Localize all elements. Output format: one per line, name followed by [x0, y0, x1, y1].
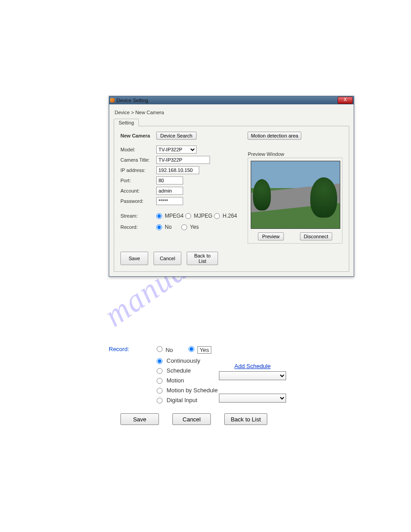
mode-label: Motion [167, 377, 184, 384]
port-label: Port: [120, 178, 156, 183]
cancel-button[interactable]: Cancel [154, 252, 181, 265]
preview-window-label: Preview Window [248, 151, 342, 157]
ip-input[interactable] [156, 166, 199, 174]
motion-schedule-select[interactable] [219, 394, 286, 403]
add-schedule-link[interactable]: Add Schedule [235, 363, 271, 369]
record-no-radio-2[interactable] [157, 346, 163, 352]
mode-label: Schedule [167, 367, 191, 374]
model-select[interactable]: TV-IP322P [156, 146, 197, 154]
camera-title-label: Camera Title: [120, 157, 156, 163]
back-to-list-button[interactable]: Back to List [187, 252, 218, 265]
stream-opt-label: MPEG4 [165, 213, 184, 219]
new-camera-heading: New Camera [120, 133, 156, 138]
window-title: Device Setting [116, 98, 148, 103]
stream-label: Stream: [120, 213, 156, 219]
mode-label: Continuously [167, 357, 200, 364]
record-yes-radio-2[interactable] [188, 346, 194, 352]
stream-opt-label: H.264 [223, 213, 237, 219]
password-input[interactable] [156, 197, 183, 205]
record-yes-label: Yes [197, 346, 211, 354]
record-label-2: Record: [109, 346, 154, 352]
tab-setting[interactable]: Setting [114, 119, 139, 126]
preview-button[interactable]: Preview [258, 232, 283, 240]
port-input[interactable] [156, 176, 183, 184]
stream-mpeg4-radio[interactable] [156, 213, 162, 219]
stream-mjpeg-radio[interactable] [185, 213, 191, 219]
save-button-2[interactable]: Save [120, 413, 159, 425]
disconnect-button[interactable]: Disconnect [300, 232, 332, 240]
record-no-radio[interactable] [156, 224, 162, 230]
breadcrumb: Device > New Camera [114, 107, 349, 119]
stream-opt-label: MJPEG [194, 213, 212, 219]
mode-motion-by-schedule-radio[interactable] [157, 388, 163, 394]
account-label: Account: [120, 188, 156, 193]
mode-digital-input-radio[interactable] [157, 398, 163, 403]
save-button[interactable]: Save [120, 252, 148, 265]
record-options-panel: Record: No Yes Continuously Schedule Mot… [109, 345, 353, 425]
mode-motion-radio[interactable] [157, 378, 163, 384]
camera-preview-image [251, 161, 340, 229]
schedule-select[interactable] [219, 371, 286, 380]
app-icon [110, 98, 115, 103]
record-opt-label: Yes [190, 224, 199, 230]
device-setting-window: Device Setting X Device > New Camera Set… [109, 96, 354, 277]
ip-label: IP address: [120, 167, 156, 173]
title-bar: Device Setting X [109, 96, 354, 104]
record-opt-label: No [165, 224, 171, 230]
camera-title-input[interactable] [156, 156, 210, 164]
record-label: Record: [120, 224, 156, 230]
password-label: Password: [120, 198, 156, 204]
motion-detection-button[interactable]: Motion detection area [248, 132, 301, 140]
preview-box: Preview Disconnect [248, 158, 342, 244]
mode-continuously-radio[interactable] [157, 358, 163, 364]
record-no-label: No [166, 347, 173, 353]
back-to-list-button-2[interactable]: Back to List [224, 413, 267, 425]
model-label: Model: [120, 147, 156, 152]
mode-schedule-radio[interactable] [157, 368, 163, 374]
record-yes-radio[interactable] [181, 224, 187, 230]
account-input[interactable] [156, 187, 183, 195]
cancel-button-2[interactable]: Cancel [172, 413, 211, 425]
mode-label: Motion by Schedule [167, 387, 218, 394]
device-search-button[interactable]: Device Search [156, 132, 197, 140]
close-icon[interactable]: X [338, 97, 353, 104]
stream-h264-radio[interactable] [214, 213, 220, 219]
mode-label: Digital Input [167, 397, 197, 403]
